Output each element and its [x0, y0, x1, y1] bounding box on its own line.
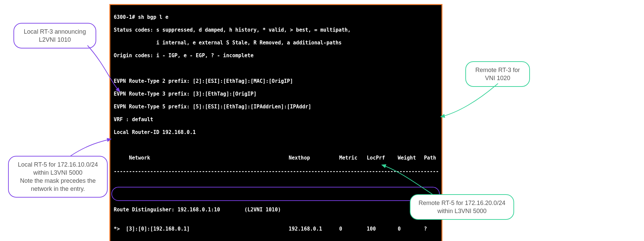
- col-weight: Weight: [398, 155, 424, 161]
- column-headers: Network Nexthop Metric LocPrf Weight Pat…: [114, 155, 438, 161]
- col-nexthop: Nexthop: [289, 155, 339, 161]
- path-value: ?: [424, 226, 437, 232]
- route-type-5-legend: EVPN Route-Type 5 prefix: [5]:[ESI]:[Eth…: [114, 104, 438, 110]
- highlight-box-purple: [111, 187, 440, 201]
- cli-prompt-line: 6300-1# sh bgp l e: [114, 14, 438, 21]
- callout-local-rt3: Local RT-3 announcingL2VNI 1010: [13, 23, 96, 48]
- callout-remote-rt3: Remote RT-3 forVNI 1020: [465, 61, 530, 87]
- col-locprf: LocPrf: [367, 155, 398, 161]
- divider-line: ----------------------------------------…: [114, 168, 438, 175]
- status-codes-line-2: i internal, e external S Stale, R Remove…: [114, 40, 438, 46]
- nexthop-value: 192.168.0.1: [289, 226, 339, 232]
- callout-local-rt5: Local RT-5 for 172.16.10.0/24within L3VN…: [8, 156, 108, 198]
- weight-value: 0: [398, 226, 424, 232]
- callout-remote-rt5: Remote RT-5 for 172.16.20.0/24within L3V…: [410, 194, 514, 220]
- route-distinguisher: Route Distinguisher: 192.168.0.1:10 (L2V…: [114, 207, 438, 213]
- col-metric: Metric: [339, 155, 367, 161]
- status-codes-line: Status codes: s suppressed, d damped, h …: [114, 27, 438, 33]
- metric-value: 0: [339, 226, 367, 232]
- terminal-window: 6300-1# sh bgp l e Status codes: s suppr…: [109, 4, 442, 241]
- route-entry-1: Route Distinguisher: 192.168.0.1:10 (L2V…: [114, 187, 438, 239]
- route-type-3-legend: EVPN Route-Type 3 prefix: [3]:[EthTag]:[…: [114, 91, 438, 97]
- col-network: Network: [129, 155, 150, 161]
- router-id-line: Local Router-ID 192.168.0.1: [114, 129, 438, 136]
- network-value: *> [3]:[0]:[192.168.0.1]: [114, 226, 289, 232]
- col-path: Path: [424, 155, 437, 161]
- vrf-line: VRF : default: [114, 116, 438, 123]
- locprf-value: 100: [367, 226, 398, 232]
- origin-codes-line: Origin codes: i - IGP, e - EGP, ? - inco…: [114, 53, 438, 59]
- route-type-2-legend: EVPN Route-Type 2 prefix: [2]:[ESI]:[Eth…: [114, 78, 438, 84]
